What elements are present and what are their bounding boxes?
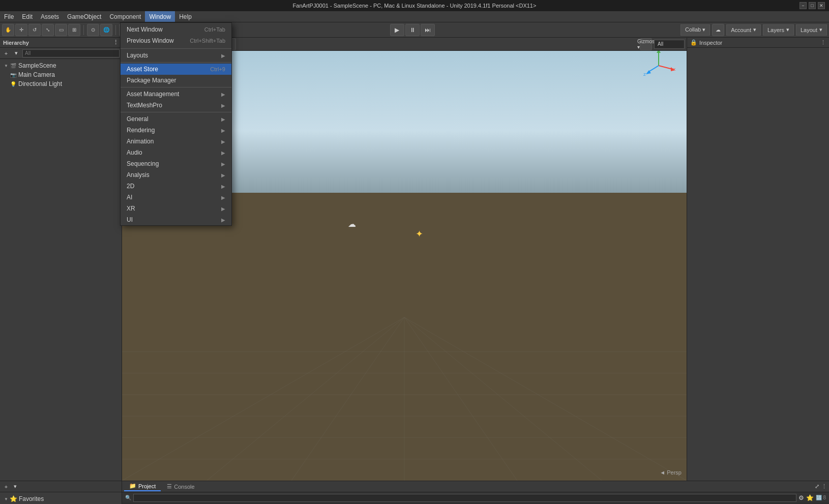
hierarchy-expand-button[interactable]: ▾ [12,49,20,57]
audio-arrow: ▶ [221,150,225,156]
directional-light-gizmo: ✦ [416,228,426,239]
rendering-label: Rendering [127,127,155,134]
hierarchy-add-button[interactable]: + [2,49,10,57]
scene-search-input[interactable]: All [654,40,685,49]
layers-button[interactable]: Layers ▾ [763,24,794,36]
project-tree: ▼ ⭐ Favorites 🔍 All Materials 🔍 All Mode… [0,492,122,504]
gizmos-btn[interactable]: Gizmos ▾ [640,38,652,50]
animation-label: Animation [127,138,154,145]
lock-icon[interactable]: 🔒 [690,39,697,46]
rect-tool-button[interactable]: ▭ [55,24,67,36]
bottom-options-icon[interactable]: ⋮ [821,483,827,490]
bottom-right-tabs: 📁 Project ☰ Console ⤢ ⋮ [122,481,829,492]
maximize-button[interactable]: □ [809,2,816,9]
directional-light-item[interactable]: 💡 Directional Light [0,79,122,88]
hand-tool-button[interactable]: ✋ [2,24,14,36]
asset-store-item[interactable]: Asset Store Ctrl+9 [121,64,231,75]
2d-item[interactable]: 2D ▶ [121,181,231,192]
menu-window[interactable]: Window [145,11,175,22]
star-filter-icon[interactable]: ⭐ [806,494,814,501]
package-manager-item[interactable]: Package Manager [121,75,231,86]
rotate-tool-button[interactable]: ↺ [28,24,41,36]
scene-gizmo[interactable]: Y X Z [641,48,676,83]
step-button[interactable]: ⏭ [421,24,435,36]
general-item[interactable]: General ▶ [121,113,231,125]
rendering-item[interactable]: Rendering ▶ [121,125,231,136]
ai-arrow: ▶ [221,195,225,200]
tab-project[interactable]: 📁 Project [124,482,161,491]
next-window-item[interactable]: Next Window Ctrl+Tab [121,24,231,35]
menu-edit[interactable]: Edit [18,11,37,22]
inspector-panel: 🔒 Inspector ⋮ [687,38,829,481]
filter-icon[interactable]: ⚙ [798,494,804,501]
titlebar-controls: − □ ✕ [800,2,825,9]
scale-tool-button[interactable]: ⤡ [42,24,54,36]
pivot-button[interactable]: ⊙ [87,24,99,36]
menu-file[interactable]: File [0,11,18,22]
minimize-button[interactable]: − [800,2,807,9]
window-menu-section-1: Next Window Ctrl+Tab Previous Window Ctr… [121,23,231,47]
global-button[interactable]: 🌐 [100,24,112,36]
ui-label: UI [127,216,133,223]
bottom-maximize-icon[interactable]: ⤢ [815,483,819,490]
scene-item[interactable]: ▼ 🎬 SampleScene [0,61,122,70]
layout-button[interactable]: Layout ▾ [796,24,827,36]
audio-label: Audio [127,149,142,156]
move-tool-button[interactable]: ✛ [15,24,27,36]
console-tab-label: Console [174,484,194,490]
asset-management-label: Asset Management [127,91,179,98]
layouts-arrow: ▶ [221,53,225,58]
close-button[interactable]: ✕ [818,2,825,9]
hierarchy-search-input[interactable] [22,49,120,57]
layouts-item[interactable]: Layouts ▶ [121,50,231,61]
project-tab-label: Project [138,483,156,489]
pause-button[interactable]: ⏸ [405,24,420,36]
cloud-button[interactable]: ☁ [712,24,724,36]
scene-icon: 🎬 [10,63,17,69]
textmeshpro-item[interactable]: TextMeshPro ▶ [121,100,231,111]
animation-item[interactable]: Animation ▶ [121,136,231,147]
ui-item[interactable]: UI ▶ [121,214,231,225]
hierarchy-panel: Hierarchy ⋮ + ▾ ▼ 🎬 SampleScene 📷 Main C… [0,38,122,481]
svg-line-7 [122,317,404,481]
tab-console[interactable]: ☰ Console [162,482,199,491]
main-camera-item[interactable]: 📷 Main Camera [0,70,122,79]
menu-help[interactable]: Help [175,11,196,22]
bottom-add-button[interactable]: + [2,483,10,491]
svg-line-12 [404,317,602,481]
bottom-expand-button[interactable]: ▾ [11,483,19,491]
layout-arrow: ▾ [819,26,822,33]
favorites-item[interactable]: ▼ ⭐ Favorites [2,494,120,503]
play-button[interactable]: ▶ [390,24,404,36]
assets-search-input[interactable] [133,494,796,502]
ai-item[interactable]: AI ▶ [121,192,231,203]
rendering-arrow: ▶ [221,128,225,133]
project-tab-icon: 📁 [129,483,136,489]
gizmos-label: Gizmos ▾ [637,39,655,50]
audio-item[interactable]: Audio ▶ [121,147,231,158]
previous-window-item[interactable]: Previous Window Ctrl+Shift+Tab [121,35,231,46]
menu-component[interactable]: Component [105,11,145,22]
menu-gameobject[interactable]: GameObject [63,11,105,22]
menu-assets[interactable]: Assets [37,11,63,22]
account-button[interactable]: Account ▾ [726,24,761,36]
next-window-label: Next Window [127,26,163,33]
transform-tool-button[interactable]: ⊞ [68,24,80,36]
xr-item[interactable]: XR ▶ [121,203,231,214]
collab-button[interactable]: Collab ▾ [680,24,710,36]
sep-2 [121,62,231,63]
toolbar-sep-2 [115,25,116,35]
hierarchy-title: Hierarchy [3,40,29,46]
analysis-arrow: ▶ [221,172,225,178]
analysis-item[interactable]: Analysis ▶ [121,169,231,181]
sequencing-item[interactable]: Sequencing ▶ [121,158,231,169]
layout-label: Layout [801,27,817,33]
account-label: Account [731,27,751,33]
inspector-options-icon[interactable]: ⋮ [820,39,826,46]
inspector-content [687,48,829,481]
hierarchy-options-icon[interactable]: ⋮ [113,39,119,46]
window-menu: Next Window Ctrl+Tab Previous Window Ctr… [120,22,232,226]
hierarchy-content: ▼ 🎬 SampleScene 📷 Main Camera 💡 Directio… [0,59,122,481]
asset-management-item[interactable]: Asset Management ▶ [121,88,231,100]
ui-arrow: ▶ [221,217,225,223]
